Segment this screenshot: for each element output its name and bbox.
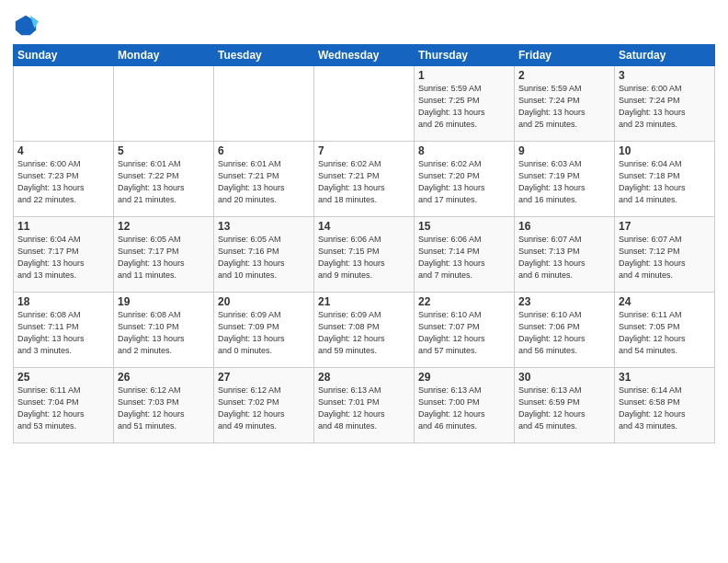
day-number: 10 <box>619 144 711 157</box>
day-cell: 31Sunrise: 6:14 AM Sunset: 6:58 PM Dayli… <box>615 368 715 443</box>
day-number: 22 <box>418 295 510 308</box>
day-number: 2 <box>518 69 610 82</box>
day-number: 31 <box>619 371 711 384</box>
day-info: Sunrise: 6:14 AM Sunset: 6:58 PM Dayligh… <box>619 385 711 432</box>
day-number: 27 <box>218 371 310 384</box>
day-number: 4 <box>17 144 109 157</box>
day-cell: 2Sunrise: 5:59 AM Sunset: 7:24 PM Daylig… <box>515 66 615 142</box>
day-number: 15 <box>418 220 510 233</box>
day-number: 11 <box>17 220 109 233</box>
day-number: 26 <box>118 371 210 384</box>
day-cell: 23Sunrise: 6:10 AM Sunset: 7:06 PM Dayli… <box>515 293 615 368</box>
day-number: 5 <box>118 144 210 157</box>
day-number: 21 <box>318 295 410 308</box>
day-cell: 15Sunrise: 6:06 AM Sunset: 7:14 PM Dayli… <box>415 217 515 293</box>
day-number: 29 <box>418 371 510 384</box>
day-number: 18 <box>17 295 109 308</box>
day-cell: 11Sunrise: 6:04 AM Sunset: 7:17 PM Dayli… <box>14 217 114 293</box>
day-info: Sunrise: 6:00 AM Sunset: 7:24 PM Dayligh… <box>619 83 711 131</box>
day-number: 17 <box>619 220 711 233</box>
day-cell: 12Sunrise: 6:05 AM Sunset: 7:17 PM Dayli… <box>114 217 214 293</box>
day-info: Sunrise: 6:10 AM Sunset: 7:07 PM Dayligh… <box>418 309 510 357</box>
day-info: Sunrise: 6:01 AM Sunset: 7:21 PM Dayligh… <box>218 158 310 206</box>
day-number: 6 <box>218 144 310 157</box>
day-info: Sunrise: 6:08 AM Sunset: 7:10 PM Dayligh… <box>118 309 210 357</box>
day-info: Sunrise: 6:02 AM Sunset: 7:21 PM Dayligh… <box>318 158 410 206</box>
day-cell: 10Sunrise: 6:04 AM Sunset: 7:18 PM Dayli… <box>615 142 715 217</box>
weekday-header-tuesday: Tuesday <box>214 45 314 66</box>
week-row-2: 4Sunrise: 6:00 AM Sunset: 7:23 PM Daylig… <box>14 142 715 217</box>
day-number: 1 <box>418 69 510 82</box>
day-cell: 25Sunrise: 6:11 AM Sunset: 7:04 PM Dayli… <box>14 368 114 443</box>
day-info: Sunrise: 6:07 AM Sunset: 7:12 PM Dayligh… <box>619 234 711 282</box>
header <box>13 9 715 39</box>
day-info: Sunrise: 6:04 AM Sunset: 7:18 PM Dayligh… <box>619 158 711 206</box>
week-row-4: 18Sunrise: 6:08 AM Sunset: 7:11 PM Dayli… <box>14 293 715 368</box>
day-cell <box>14 66 114 142</box>
day-number: 28 <box>318 371 410 384</box>
day-cell: 30Sunrise: 6:13 AM Sunset: 6:59 PM Dayli… <box>515 368 615 443</box>
day-info: Sunrise: 6:08 AM Sunset: 7:11 PM Dayligh… <box>17 309 109 357</box>
day-cell: 26Sunrise: 6:12 AM Sunset: 7:03 PM Dayli… <box>114 368 214 443</box>
day-cell: 17Sunrise: 6:07 AM Sunset: 7:12 PM Dayli… <box>615 217 715 293</box>
day-info: Sunrise: 6:12 AM Sunset: 7:03 PM Dayligh… <box>118 385 210 432</box>
day-info: Sunrise: 5:59 AM Sunset: 7:25 PM Dayligh… <box>418 83 510 131</box>
week-row-3: 11Sunrise: 6:04 AM Sunset: 7:17 PM Dayli… <box>14 217 715 293</box>
day-cell: 4Sunrise: 6:00 AM Sunset: 7:23 PM Daylig… <box>14 142 114 217</box>
day-number: 30 <box>518 371 610 384</box>
day-number: 14 <box>318 220 410 233</box>
day-info: Sunrise: 6:12 AM Sunset: 7:02 PM Dayligh… <box>218 385 310 432</box>
weekday-header-saturday: Saturday <box>615 45 715 66</box>
week-row-1: 1Sunrise: 5:59 AM Sunset: 7:25 PM Daylig… <box>14 66 715 142</box>
day-cell: 3Sunrise: 6:00 AM Sunset: 7:24 PM Daylig… <box>615 66 715 142</box>
logo <box>13 13 40 39</box>
day-info: Sunrise: 6:13 AM Sunset: 7:00 PM Dayligh… <box>418 385 510 432</box>
day-info: Sunrise: 6:02 AM Sunset: 7:20 PM Dayligh… <box>418 158 510 206</box>
weekday-header-sunday: Sunday <box>14 45 114 66</box>
day-number: 12 <box>118 220 210 233</box>
weekday-header-thursday: Thursday <box>415 45 515 66</box>
day-cell: 20Sunrise: 6:09 AM Sunset: 7:09 PM Dayli… <box>214 293 314 368</box>
day-info: Sunrise: 6:06 AM Sunset: 7:14 PM Dayligh… <box>418 234 510 282</box>
day-info: Sunrise: 6:13 AM Sunset: 7:01 PM Dayligh… <box>318 385 410 432</box>
day-info: Sunrise: 5:59 AM Sunset: 7:24 PM Dayligh… <box>518 83 610 131</box>
day-cell: 7Sunrise: 6:02 AM Sunset: 7:21 PM Daylig… <box>314 142 415 217</box>
day-cell: 28Sunrise: 6:13 AM Sunset: 7:01 PM Dayli… <box>314 368 415 443</box>
week-row-5: 25Sunrise: 6:11 AM Sunset: 7:04 PM Dayli… <box>14 368 715 443</box>
day-number: 3 <box>619 69 711 82</box>
day-cell: 6Sunrise: 6:01 AM Sunset: 7:21 PM Daylig… <box>214 142 314 217</box>
page: SundayMondayTuesdayWednesdayThursdayFrid… <box>0 0 728 563</box>
day-info: Sunrise: 6:11 AM Sunset: 7:04 PM Dayligh… <box>17 385 109 432</box>
day-number: 9 <box>518 144 610 157</box>
day-cell: 1Sunrise: 5:59 AM Sunset: 7:25 PM Daylig… <box>415 66 515 142</box>
day-cell: 29Sunrise: 6:13 AM Sunset: 7:00 PM Dayli… <box>415 368 515 443</box>
day-number: 13 <box>218 220 310 233</box>
day-info: Sunrise: 6:00 AM Sunset: 7:23 PM Dayligh… <box>17 158 109 206</box>
weekday-header-friday: Friday <box>515 45 615 66</box>
day-cell: 8Sunrise: 6:02 AM Sunset: 7:20 PM Daylig… <box>415 142 515 217</box>
day-number: 23 <box>518 295 610 308</box>
day-cell: 21Sunrise: 6:09 AM Sunset: 7:08 PM Dayli… <box>314 293 415 368</box>
day-cell: 9Sunrise: 6:03 AM Sunset: 7:19 PM Daylig… <box>515 142 615 217</box>
logo-icon <box>13 13 39 39</box>
day-number: 24 <box>619 295 711 308</box>
day-cell: 16Sunrise: 6:07 AM Sunset: 7:13 PM Dayli… <box>515 217 615 293</box>
day-cell: 22Sunrise: 6:10 AM Sunset: 7:07 PM Dayli… <box>415 293 515 368</box>
weekday-header-monday: Monday <box>114 45 214 66</box>
day-number: 25 <box>17 371 109 384</box>
day-number: 16 <box>518 220 610 233</box>
day-number: 7 <box>318 144 410 157</box>
day-info: Sunrise: 6:09 AM Sunset: 7:09 PM Dayligh… <box>218 309 310 357</box>
day-number: 19 <box>118 295 210 308</box>
day-info: Sunrise: 6:10 AM Sunset: 7:06 PM Dayligh… <box>518 309 610 357</box>
day-cell: 19Sunrise: 6:08 AM Sunset: 7:10 PM Dayli… <box>114 293 214 368</box>
day-number: 20 <box>218 295 310 308</box>
day-cell <box>314 66 415 142</box>
day-info: Sunrise: 6:01 AM Sunset: 7:22 PM Dayligh… <box>118 158 210 206</box>
day-cell: 24Sunrise: 6:11 AM Sunset: 7:05 PM Dayli… <box>615 293 715 368</box>
day-cell: 14Sunrise: 6:06 AM Sunset: 7:15 PM Dayli… <box>314 217 415 293</box>
day-info: Sunrise: 6:03 AM Sunset: 7:19 PM Dayligh… <box>518 158 610 206</box>
day-info: Sunrise: 6:11 AM Sunset: 7:05 PM Dayligh… <box>619 309 711 357</box>
day-info: Sunrise: 6:06 AM Sunset: 7:15 PM Dayligh… <box>318 234 410 282</box>
day-info: Sunrise: 6:09 AM Sunset: 7:08 PM Dayligh… <box>318 309 410 357</box>
